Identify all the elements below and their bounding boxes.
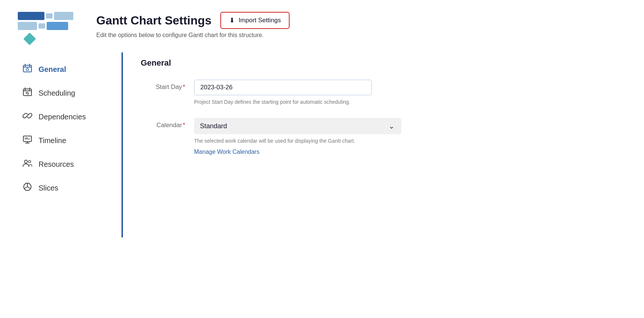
sidebar-item-dependencies[interactable]: Dependencies — [18, 106, 121, 128]
calendar-content: Standard Custom 24/7 ⌄ The selected work… — [194, 118, 409, 155]
logo-bar-bottom-row — [18, 22, 73, 30]
svg-line-21 — [24, 187, 27, 189]
calendar-label: Calendar* — [141, 118, 185, 129]
content-panel: General Start Day* Project Start Day def… — [123, 52, 644, 238]
page-subtitle: Edit the options below to configure Gant… — [96, 32, 626, 39]
logo-bar-top-row — [18, 12, 73, 20]
calendar-required: * — [183, 122, 185, 129]
import-settings-button[interactable]: ⬇ Import Settings — [220, 12, 290, 29]
import-arrow-icon: ⬇ — [229, 16, 235, 24]
people-icon — [22, 158, 33, 170]
sidebar-general-label: General — [39, 65, 66, 74]
pie-icon — [22, 182, 33, 194]
calendar-select-wrapper: Standard Custom 24/7 ⌄ — [194, 118, 401, 134]
title-row: Gantt Chart Settings ⬇ Import Settings — [96, 12, 626, 29]
page-title: Gantt Chart Settings — [96, 14, 211, 27]
monitor-icon — [22, 135, 33, 146]
calendar-select[interactable]: Standard Custom 24/7 — [194, 118, 401, 134]
sidebar-item-timeline[interactable]: Timeline — [18, 129, 121, 152]
sidebar-scheduling-label: Scheduling — [39, 89, 75, 97]
link-icon — [22, 111, 33, 123]
sidebar-timeline-label: Timeline — [39, 136, 66, 145]
svg-rect-4 — [26, 69, 29, 70]
page-header: Gantt Chart Settings ⬇ Import Settings E… — [0, 0, 644, 52]
start-day-row: Start Day* Project Start Day defines the… — [141, 80, 614, 106]
main-content: General Scheduling — [0, 52, 644, 238]
title-area: Gantt Chart Settings ⬇ Import Settings E… — [96, 12, 626, 39]
sidebar-resources-label: Resources — [39, 160, 74, 169]
start-day-label: Start Day* — [141, 80, 185, 91]
start-day-input[interactable] — [194, 80, 372, 95]
calendar-hint: The selected work calendar will be used … — [194, 137, 372, 145]
bar-dark-top — [18, 12, 44, 20]
svg-point-17 — [29, 160, 31, 163]
calendar-refresh-icon — [22, 87, 33, 99]
start-day-required: * — [183, 83, 185, 90]
start-day-content: Project Start Day defines the starting p… — [194, 80, 409, 106]
bar-medium-bottom — [47, 22, 68, 30]
sidebar-slices-label: Slices — [39, 184, 58, 192]
import-settings-label: Import Settings — [238, 17, 281, 24]
start-day-hint: Project Start Day defines the starting p… — [194, 98, 372, 106]
svg-line-10 — [26, 114, 29, 117]
sidebar-dependencies-label: Dependencies — [39, 113, 86, 121]
diamond-icon — [23, 33, 36, 45]
bar-light-top — [54, 12, 73, 20]
bar-light-bottom — [18, 22, 37, 30]
sidebar-item-slices[interactable]: Slices — [18, 177, 121, 199]
calendar-row: Calendar* Standard Custom 24/7 ⌄ The sel… — [141, 118, 614, 155]
logo-bars — [18, 12, 73, 30]
bar-connector-bottom — [39, 23, 45, 29]
sidebar-item-scheduling[interactable]: Scheduling — [18, 82, 121, 104]
sidebar-item-general[interactable]: General — [18, 58, 121, 80]
calendar-lock-icon — [22, 63, 33, 75]
svg-line-20 — [27, 187, 31, 189]
section-title: General — [141, 58, 614, 68]
manage-calendars-link[interactable]: Manage Work Calendars — [194, 149, 260, 155]
bar-connector-top — [46, 13, 53, 19]
svg-point-16 — [24, 160, 27, 163]
sidebar-item-resources[interactable]: Resources — [18, 153, 121, 175]
sidebar: General Scheduling — [18, 52, 121, 238]
app-logo — [18, 12, 84, 43]
